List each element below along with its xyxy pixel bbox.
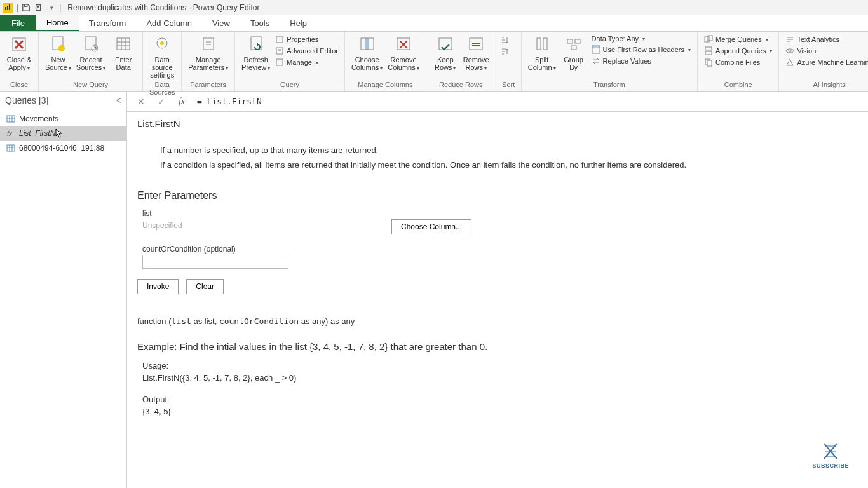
keep-rows-button[interactable]: Keep Rows <box>430 33 461 74</box>
invoke-button[interactable]: Invoke <box>137 279 179 294</box>
svg-rect-35 <box>707 60 712 66</box>
ribbon: Close & Apply Close New Source Recent So… <box>0 32 868 92</box>
new-source-icon <box>48 34 68 55</box>
svg-rect-27 <box>571 46 576 50</box>
text-analytics-button[interactable]: Text Analytics <box>783 34 868 44</box>
tab-help[interactable]: Help <box>280 15 317 31</box>
qat-dropdown[interactable]: ▾ <box>45 1 58 14</box>
usage-block: Usage: List.FirstN({3, 4, 5, -1, 7, 8, 2… <box>142 360 858 384</box>
clear-button[interactable]: Clear <box>186 279 224 294</box>
svg-rect-13 <box>203 38 214 50</box>
tab-file[interactable]: File <box>0 15 36 31</box>
headers-icon <box>592 45 600 54</box>
param-list-label: list <box>142 209 858 218</box>
close-apply-icon <box>9 34 29 55</box>
advanced-editor-button[interactable]: Advanced Editor <box>273 46 341 56</box>
divider <box>137 306 858 306</box>
first-row-headers-button[interactable]: Use First Row as Headers <box>589 44 693 55</box>
close-apply-button[interactable]: Close & Apply <box>4 33 34 74</box>
svg-rect-32 <box>705 47 712 50</box>
choose-columns-button[interactable]: Choose Columns <box>349 33 385 74</box>
formula-fx-button[interactable]: fx <box>173 94 191 109</box>
svg-text:fx: fx <box>7 130 13 137</box>
formula-input[interactable] <box>193 95 863 107</box>
dna-icon <box>819 440 842 463</box>
svg-rect-40 <box>7 145 15 151</box>
sort-asc-button[interactable] <box>500 36 509 44</box>
content-area: ✕ ✓ fx List.FirstN If a number is specif… <box>127 92 868 488</box>
recent-sources-icon <box>81 34 101 55</box>
manage-parameters-button[interactable]: Manage Parameters <box>186 33 231 74</box>
svg-rect-38 <box>7 116 15 122</box>
choose-column-button[interactable]: Choose Column... <box>391 219 471 234</box>
append-queries-button[interactable]: Append Queries <box>702 46 775 56</box>
tab-home[interactable]: Home <box>36 15 79 31</box>
formula-commit-button[interactable]: ✓ <box>153 94 170 109</box>
vision-icon <box>785 46 794 55</box>
refresh-icon <box>246 34 266 55</box>
svg-rect-19 <box>365 38 369 50</box>
ribbon-group-parameters: Manage Parameters Parameters <box>182 32 235 91</box>
split-column-button[interactable]: Split Column <box>526 33 559 74</box>
svg-rect-33 <box>705 51 712 55</box>
param-count-block: countOrCondition (optional) <box>142 245 858 269</box>
replace-values-button[interactable]: Replace Values <box>589 56 693 66</box>
ribbon-group-sort: Sort <box>496 32 522 91</box>
tab-add-column[interactable]: Add Column <box>136 15 202 31</box>
merge-icon <box>704 35 713 44</box>
remove-columns-button[interactable]: Remove Columns <box>385 33 421 74</box>
new-source-button[interactable]: New Source <box>43 33 74 74</box>
text-analytics-icon <box>785 35 794 44</box>
recent-sources-button[interactable]: Recent Sources <box>74 33 108 74</box>
manage-icon <box>275 58 284 67</box>
formula-bar: ✕ ✓ fx <box>127 92 868 112</box>
svg-rect-25 <box>567 39 573 43</box>
merge-queries-button[interactable]: Merge Queries <box>702 34 775 44</box>
count-or-condition-input[interactable] <box>142 255 288 269</box>
group-by-button[interactable]: Group By <box>559 33 589 72</box>
table-icon <box>6 144 15 152</box>
collapse-pane-button[interactable]: < <box>116 95 121 105</box>
ribbon-group-new-query: New Source Recent Sources Enter Data New… <box>39 32 143 91</box>
param-count-label: countOrCondition (optional) <box>142 245 858 254</box>
tab-view[interactable]: View <box>202 15 240 31</box>
query-item-list-firstn[interactable]: fx List_FirstN <box>0 126 126 141</box>
vision-button[interactable]: Vision <box>783 46 868 56</box>
svg-rect-0 <box>5 7 6 10</box>
remove-rows-icon <box>466 34 486 55</box>
save-button[interactable] <box>20 1 32 14</box>
data-source-settings-button[interactable]: Data source settings <box>147 33 177 80</box>
azure-ml-button[interactable]: Azure Machine Learning <box>783 57 868 67</box>
tab-transform[interactable]: Transform <box>79 15 137 31</box>
sort-asc-icon <box>500 36 509 44</box>
remove-rows-button[interactable]: Remove Rows <box>461 33 492 74</box>
sort-desc-button[interactable] <box>500 47 509 56</box>
enter-data-icon <box>113 34 133 55</box>
manage-button[interactable]: Manage <box>273 57 341 67</box>
ribbon-group-combine: Merge Queries Append Queries Combine Fil… <box>698 32 780 91</box>
combine-files-button[interactable]: Combine Files <box>702 57 775 67</box>
function-title: List.FirstN <box>137 118 858 129</box>
qat-separator: | <box>17 3 18 12</box>
svg-rect-30 <box>705 37 709 42</box>
group-by-icon <box>564 34 584 55</box>
enter-data-button[interactable]: Enter Data <box>108 33 139 72</box>
queries-pane: Queries [3] < Movements fx List_FirstN 6… <box>0 92 127 488</box>
refresh-preview-button[interactable]: Refresh Preview <box>239 33 273 74</box>
svg-rect-26 <box>575 39 580 43</box>
title-bar: | ▾ | Remove duplicates with Conditions … <box>0 0 868 15</box>
keep-rows-icon <box>435 34 456 55</box>
ribbon-group-manage-columns: Choose Columns Remove Columns Manage Col… <box>345 32 426 91</box>
ribbon-group-ai: Text Analytics Vision Azure Machine Lear… <box>779 32 868 91</box>
tab-tools[interactable]: Tools <box>240 15 280 31</box>
data-type-button[interactable]: Data Type: Any <box>589 34 693 43</box>
formula-cancel-button[interactable]: ✕ <box>132 94 150 109</box>
ribbon-group-transform: Split Column Group By Data Type: Any Use… <box>522 32 698 91</box>
undo-button[interactable] <box>32 1 45 14</box>
query-item-68000494[interactable]: 68000494-61046_191,88 <box>0 141 126 155</box>
function-icon: fx <box>6 129 15 138</box>
svg-rect-1 <box>7 6 8 10</box>
query-item-movements[interactable]: Movements <box>0 112 126 126</box>
properties-button[interactable]: Properties <box>273 34 341 44</box>
parameters-icon <box>198 34 219 55</box>
